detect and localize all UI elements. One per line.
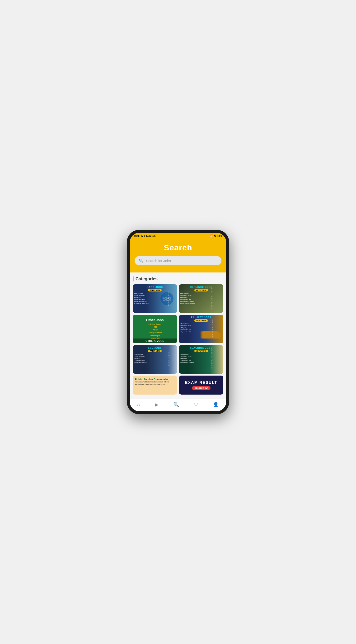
teaching-list-item: • Application Fee	[180, 359, 222, 361]
other-list: • Offline Exams • JEE • NEET • Collage/S…	[148, 323, 162, 340]
ssc-apply-btn[interactable]: APPLY NOW	[148, 350, 162, 352]
bottom-nav: ⌂ ▶ 🔍 ♡ 👤	[130, 398, 226, 411]
nav-home[interactable]: ⌂	[133, 401, 144, 408]
status-left: 4:19 PM | 1.0MB/s	[134, 234, 155, 237]
video-icon: ▶	[155, 402, 158, 408]
railway-list-item: • Eligibility	[180, 327, 222, 329]
card-defence-jobs[interactable]: DEFIANCE JOBS APPLY NOW • Recruitment • …	[179, 284, 223, 313]
railway-list-item: • Application Critarea	[180, 331, 222, 333]
home-icon: ⌂	[137, 402, 140, 408]
defence-list-item: • Important Dates	[180, 294, 222, 296]
teaching-list-item: • Application Critarea	[180, 361, 222, 363]
railway-list-item: • Application Fee	[180, 329, 222, 331]
teaching-list-item: • Recruitment	[180, 353, 222, 355]
status-right: 📶 ✿ 44%	[210, 234, 222, 237]
railway-list-item: • Important Dates	[180, 325, 222, 327]
bank-top-label: BANK JOBS	[133, 284, 177, 289]
other-list-item: • Panchayat	[148, 334, 162, 337]
defence-top-label: DEFIANCE JOBS	[179, 284, 223, 289]
status-bar: 4:19 PM | 1.0MB/s 📶 ✿ 44%	[130, 233, 226, 238]
content-area: Categories BANK JOBS APPLY NOW • Recruit…	[130, 272, 226, 398]
bank-list-item: • Eligibility	[134, 296, 176, 298]
railway-top-label: RAILWAY JOBS	[179, 315, 223, 319]
categories-title: Categories	[135, 276, 158, 282]
defence-overlay: DEFIANCE JOBS APPLY NOW • Recruitment • …	[179, 284, 223, 313]
teaching-apply-btn[interactable]: APPLY NOW	[194, 350, 208, 352]
bluetooth-icon: ✿	[214, 234, 216, 237]
psc-item-1: Karnataka Public Service Commission (KPS…	[135, 381, 175, 384]
defence-apply-btn[interactable]: APPLY NOW	[194, 289, 208, 292]
card-exam-result[interactable]: EXAM RESULT SEARCH NOW	[179, 376, 223, 394]
defence-list-item: • Application Fee	[180, 298, 222, 300]
card-other-jobs[interactable]: Other Jobs • Offline Exams • JEE • NEET …	[133, 315, 177, 343]
other-list-item: • JEE	[148, 326, 162, 328]
ssc-side-label: JOBS IN SSC	[168, 352, 170, 366]
railway-apply-btn[interactable]: APPLY NOW	[194, 319, 208, 322]
teaching-side-label: JOBS IN TEACHING	[211, 349, 212, 370]
railway-overlay: RAILWAY JOBS APPLY NOW • Recruitment • I…	[179, 315, 223, 343]
other-list-item: • Collage/School	[148, 332, 162, 334]
search-bar[interactable]: 🔍 Search for Jobs	[135, 256, 221, 265]
phone-screen: 4:19 PM | 1.0MB/s 📶 ✿ 44% Search 🔍 Searc…	[130, 233, 226, 411]
ssc-list: • Recruitment • Important Dates • Eligib…	[133, 353, 177, 374]
defence-list-item: • Download Notification	[180, 302, 222, 304]
phone-device: 4:19 PM | 1.0MB/s 📶 ✿ 44% Search 🔍 Searc…	[127, 230, 229, 414]
battery-display: 44%	[217, 234, 222, 237]
defence-list-item: • Recruitment	[180, 292, 222, 294]
ssc-top-label: SSC JOBS	[133, 345, 177, 350]
defence-list: • Recruitment • Important Dates • Eligib…	[179, 292, 223, 313]
card-psc[interactable]: Public Service Commission Karnataka Publ…	[133, 376, 177, 394]
psc-item-2: Kerala Public Service Commission (KPSC)	[135, 384, 175, 386]
bank-list: • Recruitment • Important Dates • Eligib…	[133, 292, 177, 313]
nav-search[interactable]: 🔍	[169, 401, 183, 408]
categories-header: Categories	[133, 276, 223, 282]
other-list-item: • NEET	[148, 328, 162, 332]
nav-profile[interactable]: 👤	[209, 401, 223, 408]
defence-list-item: • Eligibility	[180, 296, 222, 298]
psc-title: Public Service Commission	[135, 378, 175, 381]
railway-side-label: JOBS IN RAILWAY	[212, 319, 213, 339]
railway-list-item: • Recruitment	[180, 323, 222, 325]
time-display: 4:19 PM | 1.0MB/s	[134, 234, 155, 237]
defence-list-item: • Application Critarea	[180, 300, 222, 302]
nav-video[interactable]: ▶	[151, 401, 162, 408]
bank-list-item: • Download Notification	[134, 302, 176, 304]
nav-favorites[interactable]: ♡	[190, 401, 202, 408]
last-row: Public Service Commission Karnataka Publ…	[133, 376, 223, 394]
teaching-top-label: TEACHING JOBS	[179, 345, 223, 350]
teaching-list: • Recruitment • Important Dates • Eligib…	[179, 353, 223, 374]
card-teaching-jobs[interactable]: TEACHING JOBS APPLY NOW • Recruitment • …	[179, 345, 223, 374]
header-title: Search	[135, 243, 221, 252]
bank-overlay: BANK JOBS APPLY NOW • Recruitment • Impo…	[133, 284, 177, 313]
railway-list: • Recruitment • Important Dates • Eligib…	[179, 322, 223, 343]
bank-list-item: • Application Critarea	[134, 300, 176, 302]
categories-accent-bar	[133, 276, 134, 282]
wifi-icon: 📶	[210, 234, 213, 237]
bank-side-label: JOBS IN BANK	[167, 290, 169, 306]
other-title: Other Jobs	[146, 318, 164, 322]
exam-title: EXAM RESULT	[185, 380, 217, 385]
psc-content: Public Service Commission Karnataka Publ…	[133, 376, 177, 388]
teaching-list-item: • Eligibility	[180, 357, 222, 359]
teaching-list-item: • Important Dates	[180, 355, 222, 357]
bank-list-item: • Important Dates	[134, 294, 176, 296]
heart-icon: ♡	[194, 402, 198, 408]
profile-icon: 👤	[213, 402, 219, 408]
search-icon: 🔍	[139, 258, 144, 263]
other-list-item: • Offline Exams	[148, 323, 162, 326]
search-placeholder: Search for Jobs	[146, 259, 171, 263]
card-bank-jobs[interactable]: BANK JOBS APPLY NOW • Recruitment • Impo…	[133, 284, 177, 313]
other-bottom-label: OTHERS JOBS	[133, 338, 177, 343]
categories-grid: BANK JOBS APPLY NOW • Recruitment • Impo…	[133, 284, 223, 374]
teaching-overlay: TEACHING JOBS APPLY NOW • Recruitment • …	[179, 345, 223, 374]
card-railway-jobs[interactable]: RAILWAY JOBS APPLY NOW • Recruitment • I…	[179, 315, 223, 343]
defence-side-label: JOBS IN DEFIANCE	[211, 288, 213, 309]
search-nav-icon: 🔍	[173, 402, 179, 408]
bank-list-item: • Application Fee	[134, 298, 176, 300]
ssc-overlay: SSC JOBS APPLY NOW • Recruitment • Impor…	[133, 345, 177, 374]
bank-apply-btn[interactable]: APPLY NOW	[148, 289, 162, 292]
bank-list-item: • Recruitment	[134, 292, 176, 294]
card-ssc-jobs[interactable]: SSC JOBS APPLY NOW • Recruitment • Impor…	[133, 345, 177, 374]
exam-search-btn[interactable]: SEARCH NOW	[192, 386, 211, 390]
header: Search 🔍 Search for Jobs	[130, 238, 226, 272]
